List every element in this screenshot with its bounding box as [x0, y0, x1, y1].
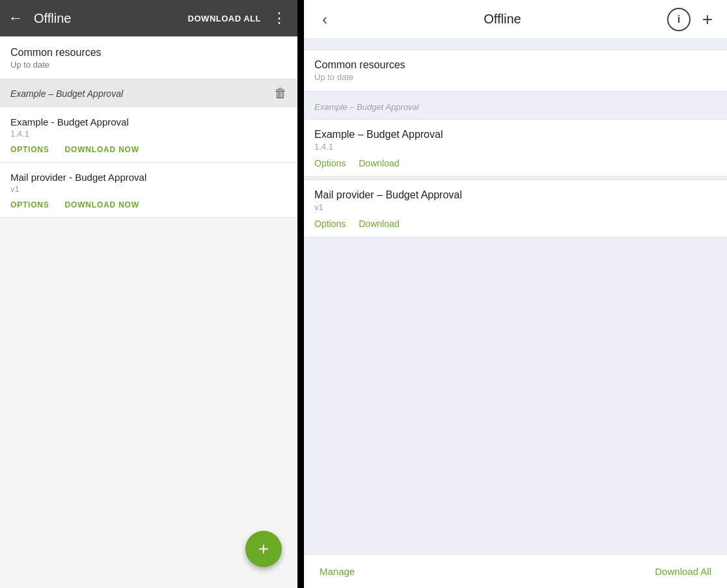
info-button-right[interactable]: i — [667, 8, 691, 31]
common-resources-title-left: Common resources — [10, 47, 287, 59]
download-button-1-right[interactable]: Download — [359, 219, 399, 229]
left-panel: ← Offline DOWNLOAD ALL ⋮ Common resource… — [0, 0, 297, 588]
back-button-left[interactable]: ← — [3, 5, 29, 31]
app-version-1-right: v1 — [314, 202, 717, 212]
download-all-button-right[interactable]: Download All — [655, 566, 711, 577]
delete-icon-left[interactable]: 🗑 — [274, 86, 287, 101]
common-resources-title-right: Common resources — [314, 59, 717, 71]
app-version-0-right: 1.4.1 — [314, 142, 717, 152]
right-title: Offline — [338, 12, 667, 27]
more-options-button-left[interactable]: ⋮ — [266, 5, 292, 31]
download-button-0-right[interactable]: Download — [359, 158, 399, 168]
section-divider-label-left: Example – Budget Approval — [10, 88, 123, 99]
app-title-1-left: Mail provider - Budget Approval — [10, 172, 287, 183]
options-button-0-right[interactable]: Options — [314, 158, 346, 168]
back-button-right[interactable]: ‹ — [312, 7, 338, 33]
app-title-0-left: Example - Budget Approval — [10, 116, 287, 127]
app-actions-0-left: OPTIONS DOWNLOAD NOW — [10, 145, 287, 154]
options-button-1-left[interactable]: OPTIONS — [10, 200, 49, 209]
fab-button-left[interactable]: + — [245, 531, 282, 567]
manage-button-right[interactable]: Manage — [320, 566, 355, 577]
right-content: Common resources Up to date Example – Bu… — [304, 39, 727, 554]
download-now-button-0-left[interactable]: DOWNLOAD NOW — [65, 145, 139, 154]
app-item-1-right: Mail provider – Budget Approval v1 Optio… — [304, 180, 727, 237]
right-panel: ‹ Offline i + Common resources Up to dat… — [304, 0, 727, 588]
app-version-1-left: v1 — [10, 184, 287, 194]
download-now-button-1-left[interactable]: DOWNLOAD NOW — [65, 200, 139, 209]
add-button-right[interactable]: + — [696, 8, 719, 31]
section-label-right: Example – Budget Approval — [314, 102, 419, 112]
left-header: ← Offline DOWNLOAD ALL ⋮ — [0, 0, 297, 36]
right-footer: Manage Download All — [304, 554, 727, 588]
app-actions-1-right: Options Download — [314, 219, 717, 229]
common-resources-subtitle-right: Up to date — [314, 72, 717, 82]
app-actions-1-left: OPTIONS DOWNLOAD NOW — [10, 200, 287, 209]
left-content: Common resources Up to date Example – Bu… — [0, 36, 297, 588]
common-resources-section-right: Common resources Up to date — [304, 49, 727, 92]
left-title: Offline — [29, 11, 183, 26]
common-resources-section-left: Common resources Up to date — [0, 36, 297, 79]
separator — [297, 0, 304, 588]
app-actions-0-right: Options Download — [314, 158, 717, 168]
app-item-1-left: Mail provider - Budget Approval v1 OPTIO… — [0, 163, 297, 218]
download-all-button-left[interactable]: DOWNLOAD ALL — [183, 8, 266, 29]
section-header-right: Example – Budget Approval — [304, 94, 727, 119]
options-button-0-left[interactable]: OPTIONS — [10, 145, 49, 154]
app-title-1-right: Mail provider – Budget Approval — [314, 189, 717, 201]
right-header: ‹ Offline i + — [304, 0, 727, 39]
section-divider-left: Example – Budget Approval 🗑 — [0, 79, 297, 107]
options-button-1-right[interactable]: Options — [314, 219, 346, 229]
app-item-0-right: Example – Budget Approval 1.4.1 Options … — [304, 119, 727, 177]
app-item-0-left: Example - Budget Approval 1.4.1 OPTIONS … — [0, 107, 297, 163]
app-version-0-left: 1.4.1 — [10, 129, 287, 139]
app-title-0-right: Example – Budget Approval — [314, 129, 717, 140]
common-resources-subtitle-left: Up to date — [10, 60, 287, 70]
